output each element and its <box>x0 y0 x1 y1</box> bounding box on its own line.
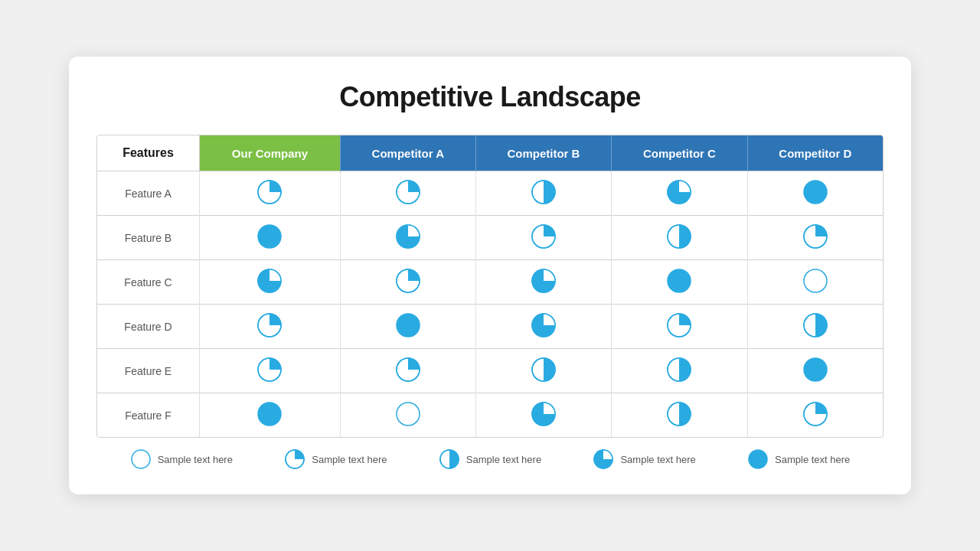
feature-cell <box>747 305 883 349</box>
svg-point-52 <box>132 450 150 468</box>
half-legend-icon <box>439 448 460 470</box>
full-pie-icon <box>256 223 283 249</box>
competitor-a-header: Competitor A <box>340 135 475 171</box>
feature-label: Feature A <box>97 171 199 216</box>
half-pie-icon <box>802 312 828 338</box>
feature-cell <box>199 393 340 438</box>
legend-item: Sample text here <box>439 448 541 470</box>
svg-point-43 <box>804 358 827 381</box>
feature-cell <box>475 305 612 349</box>
full-pie-icon <box>395 312 421 338</box>
feature-cell <box>475 171 612 216</box>
legend-label: Sample text here <box>466 454 541 465</box>
three-quarter-pie-icon <box>395 223 421 249</box>
slide-title: Competitive Landscape <box>96 81 884 113</box>
three-quarter-legend-icon <box>593 448 614 470</box>
table-row: Feature E <box>97 349 883 393</box>
legend-item: Sample text here <box>747 448 850 470</box>
feature-cell <box>340 349 475 393</box>
quarter-pie-icon <box>395 357 421 383</box>
comparison-table-wrapper: Features Our Company Competitor A Compet… <box>96 135 884 438</box>
svg-point-28 <box>397 314 420 337</box>
quarter-pie-icon <box>395 179 421 205</box>
features-header: Features <box>97 135 199 171</box>
empty-pie-icon <box>395 401 421 427</box>
feature-cell <box>475 216 612 260</box>
empty-legend-icon <box>130 448 152 470</box>
quarter-pie-icon <box>256 357 283 383</box>
full-pie-icon <box>802 357 828 383</box>
three-quarter-pie-icon <box>666 179 692 205</box>
svg-point-9 <box>258 225 281 248</box>
svg-point-59 <box>749 450 767 468</box>
competitor-b-header: Competitor B <box>475 135 612 171</box>
svg-point-45 <box>397 403 420 425</box>
quarter-pie-icon <box>802 223 828 249</box>
half-pie-icon <box>666 357 692 383</box>
feature-label: Feature F <box>97 393 199 438</box>
feature-cell <box>612 171 748 216</box>
full-legend-icon <box>747 448 769 470</box>
feature-label: Feature C <box>97 260 199 305</box>
feature-cell <box>612 349 748 393</box>
full-pie-icon <box>256 401 283 427</box>
table-row: Feature C <box>97 260 883 305</box>
three-quarter-pie-icon <box>531 401 557 427</box>
half-pie-icon <box>531 179 557 205</box>
full-pie-icon <box>666 268 692 294</box>
feature-cell <box>475 349 612 393</box>
empty-pie-icon <box>802 268 828 294</box>
svg-point-24 <box>668 269 691 292</box>
three-quarter-pie-icon <box>531 268 557 294</box>
feature-cell <box>199 349 340 393</box>
our-company-header: Our Company <box>199 135 340 171</box>
legend-item: Sample text here <box>284 448 387 470</box>
feature-cell <box>612 260 748 305</box>
feature-cell <box>747 349 883 393</box>
feature-label: Feature B <box>97 216 199 260</box>
feature-cell <box>340 216 475 260</box>
legend-item: Sample text here <box>593 448 695 470</box>
competitor-c-header: Competitor C <box>612 135 748 171</box>
comparison-table: Features Our Company Competitor A Compet… <box>97 135 883 437</box>
feature-cell <box>340 393 475 438</box>
feature-cell <box>747 171 883 216</box>
three-quarter-pie-icon <box>531 312 557 338</box>
feature-cell <box>199 216 340 260</box>
half-pie-icon <box>531 357 557 383</box>
half-pie-icon <box>666 401 692 427</box>
quarter-pie-icon <box>666 312 692 338</box>
quarter-pie-icon <box>256 312 283 338</box>
feature-cell <box>612 393 748 438</box>
legend-label: Sample text here <box>312 454 387 465</box>
table-row: Feature F <box>97 393 883 438</box>
three-quarter-pie-icon <box>256 268 283 294</box>
feature-cell <box>747 216 883 260</box>
half-pie-icon <box>666 223 692 249</box>
quarter-pie-icon <box>395 268 421 294</box>
competitor-d-header: Competitor D <box>747 135 883 171</box>
feature-cell <box>475 393 612 438</box>
svg-point-25 <box>804 269 827 292</box>
feature-label: Feature E <box>97 349 199 393</box>
feature-cell <box>747 393 883 438</box>
feature-cell <box>747 260 883 305</box>
svg-point-44 <box>258 403 281 425</box>
legend-label: Sample text here <box>620 454 695 465</box>
table-row: Feature D <box>97 305 883 349</box>
feature-cell <box>340 305 475 349</box>
quarter-pie-icon <box>531 223 557 249</box>
legend-item: Sample text here <box>130 448 233 470</box>
quarter-legend-icon <box>284 448 305 470</box>
feature-label: Feature D <box>97 305 199 349</box>
table-row: Feature B <box>97 216 883 260</box>
feature-cell <box>475 260 612 305</box>
feature-cell <box>199 171 340 216</box>
quarter-pie-icon <box>802 401 828 427</box>
feature-cell <box>340 171 475 216</box>
slide-container: Competitive Landscape Features Our Compa… <box>69 57 911 494</box>
legend: Sample text hereSample text hereSample t… <box>96 438 884 473</box>
feature-cell <box>340 260 475 305</box>
quarter-pie-icon <box>256 179 283 205</box>
feature-cell <box>199 305 340 349</box>
